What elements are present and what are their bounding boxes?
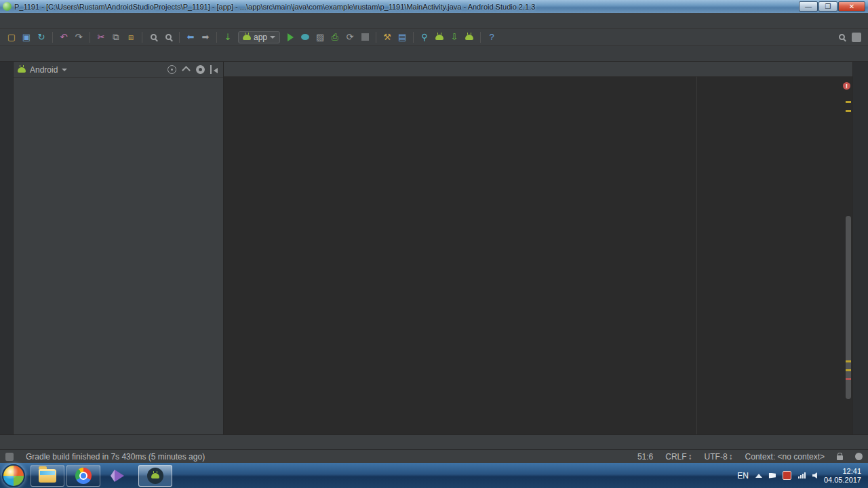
navigate-back-icon[interactable]: ⬅ — [183, 31, 198, 44]
android-icon — [18, 67, 26, 73]
run-configuration-select[interactable]: app — [238, 31, 280, 43]
android-icon — [243, 35, 251, 40]
make-project-icon[interactable]: ⇣ — [220, 31, 235, 44]
breadcrumb — [0, 46, 868, 62]
editor-scrollbar[interactable] — [844, 77, 852, 434]
collapse-all-icon[interactable] — [182, 65, 191, 74]
inspector-hector-icon[interactable] — [855, 453, 863, 460]
editor-area: ! — [224, 62, 852, 434]
start-button[interactable] — [2, 464, 25, 487]
menu-bar — [0, 13, 868, 29]
kmplayer-icon — [115, 470, 124, 482]
warning-stripe-mark[interactable] — [846, 369, 851, 371]
window-title: P_1191 - [C:\Users\Rustam\AndroidStudioP… — [14, 3, 798, 11]
warning-stripe-mark[interactable] — [846, 110, 851, 112]
project-view-mode[interactable]: Android — [30, 65, 58, 75]
show-hidden-icons-button[interactable] — [755, 474, 762, 478]
window-titlebar: P_1191 - [C:\Users\Rustam\AndroidStudioP… — [0, 0, 868, 13]
windows-taskbar: EN 12:41 04.05.2017 — [0, 463, 868, 488]
restart-icon[interactable]: ⟳ — [342, 31, 357, 44]
system-tray: EN 12:41 04.05.2017 — [737, 467, 868, 485]
user-avatar-icon[interactable] — [849, 31, 864, 44]
context-indicator[interactable]: Context: <no context> — [745, 452, 825, 462]
run-configuration-label: app — [254, 33, 267, 42]
settings-icon[interactable]: ⚒ — [380, 31, 395, 44]
main-toolbar: ▢ ▣ ↻ ↶ ↷ ✂ ⧉ ⧈ ⬅ ➡ ⇣ app ▨ ⎙ ⟳ ⚒ ▤ ⚲ ⇩ … — [0, 29, 868, 46]
project-panel-header: Android — [14, 62, 223, 78]
project-panel: Android — [14, 62, 224, 434]
android-studio-icon — [147, 468, 163, 484]
right-tool-stripe — [852, 62, 868, 434]
close-button[interactable]: ✕ — [838, 1, 865, 12]
hide-panel-icon[interactable] — [210, 65, 219, 74]
warning-stripe-mark[interactable] — [846, 360, 851, 362]
device-monitor-icon[interactable] — [462, 31, 477, 44]
action-center-flag-icon[interactable] — [769, 473, 776, 478]
left-tool-stripe — [0, 62, 14, 434]
sync-icon[interactable]: ↻ — [34, 31, 49, 44]
status-bar: Gradle build finished in 7s 430ms (5 min… — [0, 449, 868, 463]
sdk-manager-icon[interactable]: ⇩ — [447, 31, 462, 44]
tool-window-bar — [0, 434, 868, 449]
run-icon[interactable] — [283, 31, 298, 44]
inspection-error-indicator[interactable]: ! — [843, 82, 850, 90]
taskbar-android-studio-button[interactable] — [138, 465, 172, 487]
code-editor[interactable]: ! — [224, 77, 852, 434]
gradle-sync-icon[interactable]: ⚲ — [417, 31, 432, 44]
chrome-icon — [75, 468, 92, 484]
search-everywhere-icon[interactable] — [834, 31, 849, 44]
save-all-icon[interactable]: ▣ — [19, 31, 34, 44]
attach-debugger-icon[interactable]: ⎙ — [328, 31, 342, 44]
gear-icon[interactable] — [196, 65, 205, 74]
taskbar-chrome-button[interactable] — [66, 465, 100, 487]
warning-stripe-mark[interactable] — [846, 101, 851, 103]
paste-icon[interactable]: ⧈ — [123, 31, 138, 44]
editor-tab-bar — [224, 62, 852, 77]
chevron-down-icon[interactable] — [62, 69, 67, 71]
maximize-button[interactable]: ❐ — [818, 1, 837, 12]
redo-icon[interactable]: ↷ — [71, 31, 86, 44]
open-file-icon[interactable]: ▢ — [4, 31, 19, 44]
minimize-button[interactable]: — — [799, 1, 818, 12]
updown-icon: ↕ — [688, 452, 692, 462]
updown-icon: ↕ — [729, 452, 733, 462]
line-ending-select[interactable]: CRLF↕ — [665, 452, 692, 462]
caret-position[interactable]: 51:6 — [637, 452, 653, 462]
taskbar-clock[interactable]: 12:41 04.05.2017 — [824, 467, 861, 485]
error-stripe-mark[interactable] — [846, 378, 851, 380]
language-indicator[interactable]: EN — [737, 471, 749, 481]
android-studio-logo-icon — [3, 2, 12, 11]
debug-icon[interactable] — [298, 31, 313, 44]
taskbar-kmplayer-button[interactable] — [102, 465, 136, 487]
stop-icon[interactable] — [357, 31, 372, 44]
volume-icon[interactable] — [812, 472, 817, 478]
replace-icon[interactable] — [161, 31, 176, 44]
explorer-icon — [39, 469, 56, 483]
status-message: Gradle build finished in 7s 430ms (5 min… — [26, 452, 625, 462]
encoding-select[interactable]: UTF-8↕ — [705, 452, 733, 462]
network-signal-icon[interactable] — [798, 472, 806, 478]
toolwindow-toggle-icon[interactable] — [5, 453, 14, 461]
chevron-down-icon — [270, 36, 275, 39]
taskbar-explorer-button[interactable] — [31, 465, 64, 487]
locate-file-icon[interactable] — [167, 65, 176, 74]
copy-icon[interactable]: ⧉ — [108, 31, 123, 44]
project-tree — [14, 78, 223, 434]
undo-icon[interactable]: ↶ — [56, 31, 71, 44]
help-icon[interactable]: ? — [484, 31, 499, 44]
find-icon[interactable] — [146, 31, 161, 44]
navigate-forward-icon[interactable]: ➡ — [198, 31, 213, 44]
antivirus-tray-icon[interactable] — [783, 471, 791, 480]
run-with-coverage-icon[interactable]: ▨ — [313, 31, 328, 44]
avd-manager-icon[interactable] — [432, 31, 447, 44]
lock-icon[interactable] — [837, 455, 843, 460]
cut-icon[interactable]: ✂ — [94, 31, 108, 44]
project-structure-icon[interactable]: ▤ — [395, 31, 410, 44]
